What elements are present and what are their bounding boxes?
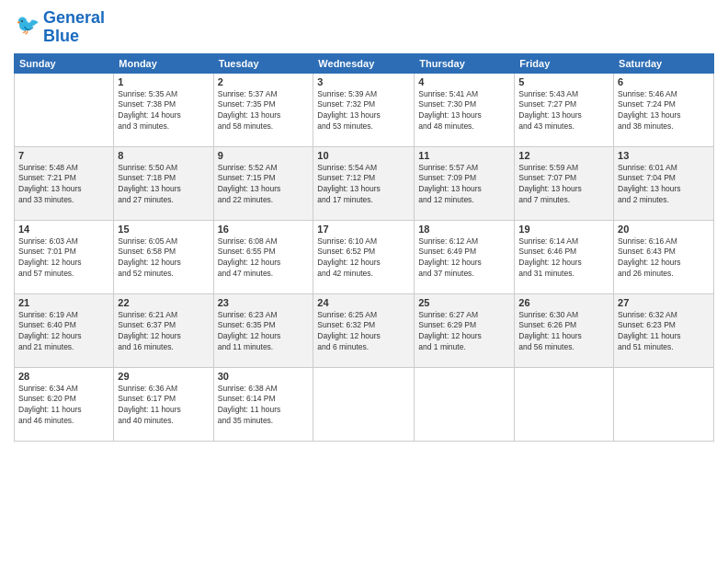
calendar-cell: 8Sunrise: 5:50 AM Sunset: 7:18 PM Daylig… [114,146,213,220]
logo: 🐦 GeneralBlue [14,9,105,46]
day-number: 7 [18,150,109,161]
col-header-wednesday: Wednesday [313,53,415,73]
calendar-cell: 9Sunrise: 5:52 AM Sunset: 7:15 PM Daylig… [213,146,313,220]
calendar-cell: 22Sunrise: 6:21 AM Sunset: 6:37 PM Dayli… [114,293,213,367]
day-number: 25 [418,297,510,308]
day-number: 16 [218,224,310,235]
day-info: Sunrise: 6:10 AM Sunset: 6:52 PM Dayligh… [317,236,410,281]
day-number: 12 [518,150,609,161]
day-number: 10 [317,150,410,161]
day-number: 18 [418,224,510,235]
day-number: 29 [118,371,209,382]
day-info: Sunrise: 5:50 AM Sunset: 7:18 PM Dayligh… [118,163,209,207]
page: 🐦 GeneralBlue SundayMondayTuesdayWednesd… [0,0,728,563]
day-number: 22 [118,297,209,308]
calendar-cell: 30Sunrise: 6:38 AM Sunset: 6:14 PM Dayli… [213,367,313,441]
day-info: Sunrise: 6:25 AM Sunset: 6:32 PM Dayligh… [317,310,410,354]
calendar-cell: 16Sunrise: 6:08 AM Sunset: 6:55 PM Dayli… [213,220,313,293]
col-header-thursday: Thursday [415,53,515,73]
calendar-cell: 7Sunrise: 5:48 AM Sunset: 7:21 PM Daylig… [15,146,114,220]
day-info: Sunrise: 6:03 AM Sunset: 7:01 PM Dayligh… [18,236,109,281]
day-number: 4 [418,76,510,87]
calendar-week-3: 14Sunrise: 6:03 AM Sunset: 7:01 PM Dayli… [15,220,714,293]
col-header-sunday: Sunday [15,53,114,73]
day-info: Sunrise: 5:43 AM Sunset: 7:27 PM Dayligh… [518,89,609,133]
day-number: 3 [317,76,410,87]
col-header-monday: Monday [114,53,213,73]
day-info: Sunrise: 5:48 AM Sunset: 7:21 PM Dayligh… [18,163,109,207]
day-info: Sunrise: 6:38 AM Sunset: 6:14 PM Dayligh… [218,384,310,428]
day-number: 15 [118,224,209,235]
day-info: Sunrise: 5:52 AM Sunset: 7:15 PM Dayligh… [218,163,310,207]
calendar-cell: 25Sunrise: 6:27 AM Sunset: 6:29 PM Dayli… [415,293,515,367]
day-number: 5 [518,76,609,87]
day-info: Sunrise: 6:21 AM Sunset: 6:37 PM Dayligh… [118,310,209,354]
day-info: Sunrise: 6:14 AM Sunset: 6:46 PM Dayligh… [518,236,609,281]
calendar-cell: 3Sunrise: 5:39 AM Sunset: 7:32 PM Daylig… [313,73,415,146]
day-info: Sunrise: 6:05 AM Sunset: 6:58 PM Dayligh… [118,236,209,281]
calendar-cell: 20Sunrise: 6:16 AM Sunset: 6:43 PM Dayli… [614,220,714,293]
calendar-cell: 19Sunrise: 6:14 AM Sunset: 6:46 PM Dayli… [515,220,614,293]
svg-text:🐦: 🐦 [16,13,40,37]
calendar-cell: 2Sunrise: 5:37 AM Sunset: 7:35 PM Daylig… [213,73,313,146]
day-info: Sunrise: 5:46 AM Sunset: 7:24 PM Dayligh… [618,89,710,133]
header: 🐦 GeneralBlue [14,9,714,46]
calendar-cell: 1Sunrise: 5:35 AM Sunset: 7:38 PM Daylig… [114,73,213,146]
day-number: 23 [218,297,310,308]
calendar-cell: 15Sunrise: 6:05 AM Sunset: 6:58 PM Dayli… [114,220,213,293]
calendar-cell: 14Sunrise: 6:03 AM Sunset: 7:01 PM Dayli… [15,220,114,293]
day-number: 20 [618,224,710,235]
calendar-cell: 21Sunrise: 6:19 AM Sunset: 6:40 PM Dayli… [15,293,114,367]
calendar-cell: 23Sunrise: 6:23 AM Sunset: 6:35 PM Dayli… [213,293,313,367]
calendar-week-1: 1Sunrise: 5:35 AM Sunset: 7:38 PM Daylig… [15,73,714,146]
calendar-cell: 11Sunrise: 5:57 AM Sunset: 7:09 PM Dayli… [415,146,515,220]
calendar-cell: 17Sunrise: 6:10 AM Sunset: 6:52 PM Dayli… [313,220,415,293]
calendar-cell [415,367,515,441]
day-info: Sunrise: 6:19 AM Sunset: 6:40 PM Dayligh… [18,310,109,354]
day-info: Sunrise: 5:41 AM Sunset: 7:30 PM Dayligh… [418,89,510,133]
day-info: Sunrise: 6:08 AM Sunset: 6:55 PM Dayligh… [218,236,310,281]
day-number: 13 [618,150,710,161]
col-header-saturday: Saturday [614,53,714,73]
calendar-cell: 12Sunrise: 5:59 AM Sunset: 7:07 PM Dayli… [515,146,614,220]
calendar-cell: 5Sunrise: 5:43 AM Sunset: 7:27 PM Daylig… [515,73,614,146]
day-number: 11 [418,150,510,161]
calendar-week-5: 28Sunrise: 6:34 AM Sunset: 6:20 PM Dayli… [15,367,714,441]
day-info: Sunrise: 5:37 AM Sunset: 7:35 PM Dayligh… [218,89,310,133]
calendar-cell: 13Sunrise: 6:01 AM Sunset: 7:04 PM Dayli… [614,146,714,220]
day-number: 28 [18,371,109,382]
day-number: 8 [118,150,209,161]
day-info: Sunrise: 6:30 AM Sunset: 6:26 PM Dayligh… [518,310,609,354]
calendar-cell [614,367,714,441]
day-number: 27 [618,297,710,308]
calendar: SundayMondayTuesdayWednesdayThursdayFrid… [14,53,714,442]
day-info: Sunrise: 5:57 AM Sunset: 7:09 PM Dayligh… [418,163,510,207]
day-info: Sunrise: 6:16 AM Sunset: 6:43 PM Dayligh… [618,236,710,281]
col-header-tuesday: Tuesday [213,53,313,73]
day-number: 6 [618,76,710,87]
day-number: 2 [218,76,310,87]
day-info: Sunrise: 5:59 AM Sunset: 7:07 PM Dayligh… [518,163,609,207]
day-number: 19 [518,224,609,235]
calendar-cell: 27Sunrise: 6:32 AM Sunset: 6:23 PM Dayli… [614,293,714,367]
calendar-cell: 28Sunrise: 6:34 AM Sunset: 6:20 PM Dayli… [15,367,114,441]
day-info: Sunrise: 6:32 AM Sunset: 6:23 PM Dayligh… [618,310,710,354]
calendar-cell: 29Sunrise: 6:36 AM Sunset: 6:17 PM Dayli… [114,367,213,441]
day-number: 1 [118,76,209,87]
day-info: Sunrise: 6:23 AM Sunset: 6:35 PM Dayligh… [218,310,310,354]
calendar-cell: 6Sunrise: 5:46 AM Sunset: 7:24 PM Daylig… [614,73,714,146]
calendar-header-row: SundayMondayTuesdayWednesdayThursdayFrid… [15,53,714,73]
logo-text: GeneralBlue [43,9,105,46]
day-number: 14 [18,224,109,235]
calendar-cell [313,367,415,441]
day-number: 24 [317,297,410,308]
day-number: 17 [317,224,410,235]
calendar-cell: 24Sunrise: 6:25 AM Sunset: 6:32 PM Dayli… [313,293,415,367]
calendar-cell: 4Sunrise: 5:41 AM Sunset: 7:30 PM Daylig… [415,73,515,146]
calendar-week-2: 7Sunrise: 5:48 AM Sunset: 7:21 PM Daylig… [15,146,714,220]
calendar-cell [515,367,614,441]
calendar-week-4: 21Sunrise: 6:19 AM Sunset: 6:40 PM Dayli… [15,293,714,367]
day-number: 30 [218,371,310,382]
calendar-cell: 18Sunrise: 6:12 AM Sunset: 6:49 PM Dayli… [415,220,515,293]
day-number: 26 [518,297,609,308]
